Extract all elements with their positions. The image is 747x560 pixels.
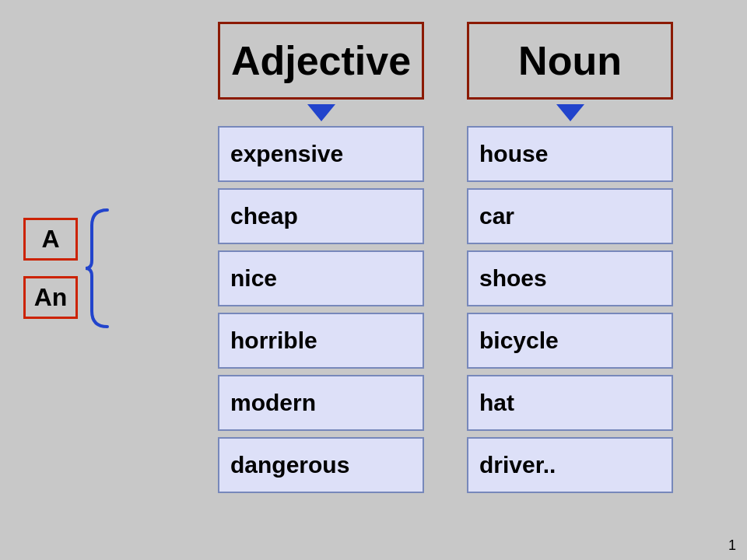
main-layout: Adjective expensive cheap nice horrible … xyxy=(0,0,747,493)
adjective-item-5: dangerous xyxy=(218,437,424,493)
noun-header: Noun xyxy=(467,22,673,100)
noun-item-3: bicycle xyxy=(467,313,673,369)
adjective-item-3: horrible xyxy=(218,313,424,369)
noun-arrow xyxy=(556,104,584,121)
adjective-item-4: modern xyxy=(218,375,424,431)
article-boxes: A An xyxy=(23,218,78,319)
articles-area: A An xyxy=(23,206,115,331)
adjective-item-1: cheap xyxy=(218,188,424,244)
article-a: A xyxy=(23,218,78,261)
article-an: An xyxy=(23,276,78,319)
columns-area: Adjective expensive cheap nice horrible … xyxy=(74,22,673,493)
noun-item-1: car xyxy=(467,188,673,244)
noun-item-2: shoes xyxy=(467,250,673,306)
noun-label: Noun xyxy=(518,37,622,84)
noun-column: Noun house car shoes bicycle hat driver.… xyxy=(467,22,673,493)
adjective-column: Adjective expensive cheap nice horrible … xyxy=(218,22,424,493)
noun-item-4: hat xyxy=(467,375,673,431)
adjective-label: Adjective xyxy=(231,37,411,84)
adjective-item-2: nice xyxy=(218,250,424,306)
page-number: 1 xyxy=(728,537,736,554)
noun-item-0: house xyxy=(467,126,673,182)
curly-brace xyxy=(84,206,115,331)
adjective-item-0: expensive xyxy=(218,126,424,182)
adjective-header: Adjective xyxy=(218,22,424,100)
noun-item-5: driver.. xyxy=(467,437,673,493)
adjective-arrow xyxy=(307,104,335,121)
